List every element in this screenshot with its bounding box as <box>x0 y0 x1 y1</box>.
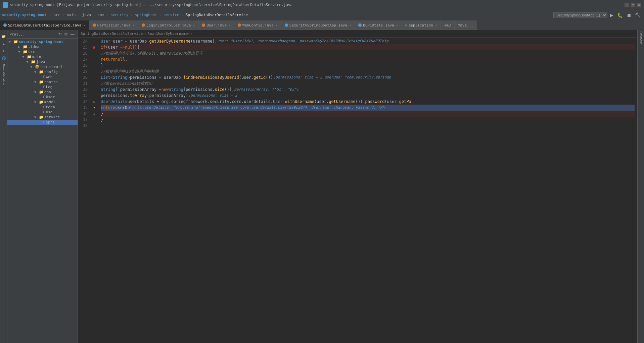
tree-settings-button[interactable]: ⚙ <box>63 32 69 37</box>
favorites-button[interactable]: ★ <box>1 41 6 47</box>
tree-userdao-icon: C <box>43 95 45 99</box>
tab-permission[interactable]: Permission.java ✕ <box>89 20 138 30</box>
tree-item-idea[interactable]: ▶ 📁 .idea <box>7 44 78 49</box>
tree-item-project[interactable]: ▼ 📁 security-spring-boot <box>7 39 78 44</box>
stop-button[interactable]: ⏹ <box>625 12 633 18</box>
web-button[interactable]: 🌐 <box>1 55 6 61</box>
tab-bcpe[interactable]: BCPEUtils.java ✕ <box>355 20 402 30</box>
project-folder-icon: 📁 <box>13 40 18 44</box>
tree-item-model[interactable]: ▼ 📁 model <box>7 100 78 105</box>
tree-web-icon: C <box>43 75 45 79</box>
tab-close-permission[interactable]: ✕ <box>133 23 135 27</box>
tree-service-icon: 📁 <box>39 115 44 119</box>
gutter-27 <box>90 56 98 62</box>
code-line-32: String[] permissionArray = new String[pe… <box>101 87 635 93</box>
window-controls[interactable]: — □ ✕ <box>625 3 641 7</box>
tree-item-spri[interactable]: C Spri <box>7 120 78 125</box>
tree-item-dao[interactable]: ▼ 📁 dao <box>7 90 78 95</box>
tab-close-security-app[interactable]: ✕ <box>349 23 351 27</box>
tree-item-label-dao: dao <box>44 90 51 94</box>
project-tool-button[interactable]: 📁 <box>1 33 6 40</box>
tab-label-bcpe: BCPEUtils.java <box>363 23 394 27</box>
tree-item-comsecuri[interactable]: ▼ 📦 com.securi <box>7 64 78 69</box>
tab-security-app[interactable]: SecuritySpringBootApp.java ✕ <box>281 20 355 30</box>
editor-breadcrumb: SpringDataUserDetailsService › loadUserB… <box>78 30 637 38</box>
tab-label-permission: Permission.java <box>97 23 131 27</box>
tree-item-perm[interactable]: C Perm <box>7 105 78 110</box>
code-line-37: } <box>101 117 635 123</box>
project-tree-panel: Proj... ⟲ ⚙ — ▼ 📁 security-spring-boot ▶… <box>7 30 78 343</box>
run-controls[interactable]: SecuritySpringBootApp (1) ▶ 🐛 ⏹ 🔨 <box>553 12 642 18</box>
tree-item-label-usermodel: Use <box>46 110 53 114</box>
database-button[interactable]: Database <box>639 32 643 45</box>
code-content[interactable]: User user = userDao.getUserByUsername(us… <box>98 38 637 343</box>
tree-java-icon: 📁 <box>31 60 36 64</box>
code-editor[interactable]: 24 25 26 27 28 29 30 31 32 33 34 35 36 3… <box>78 38 637 343</box>
tree-item-contro[interactable]: ▼ 📁 contro <box>7 79 78 84</box>
tree-item-java[interactable]: ▼ 📁 java <box>7 59 78 64</box>
run-button[interactable]: ▶ <box>608 12 615 18</box>
code-line-31: //将permissions转成数组 <box>101 80 635 87</box>
tree-perm-icon: C <box>43 105 45 109</box>
tab-more[interactable]: +m3 <box>441 20 455 30</box>
tab-maven[interactable]: Mave... <box>455 20 477 30</box>
tab-application[interactable]: ⚙ application ✕ <box>402 20 441 30</box>
tab-close-login[interactable]: ✕ <box>193 23 195 27</box>
minimize-button[interactable]: — <box>625 3 629 7</box>
tree-sync-button[interactable]: ⟲ <box>57 32 62 37</box>
code-editor-area: SpringDataUserDetailsService › loadUserB… <box>78 30 637 343</box>
tab-close-webconfig[interactable]: ✕ <box>276 23 278 27</box>
tab-login-controller[interactable]: LoginController.java ✕ <box>138 20 198 30</box>
tab-icon-security-app <box>285 23 288 27</box>
tree-usermodel-icon: C <box>43 110 45 114</box>
tree-item-userdao[interactable]: C User <box>7 95 78 100</box>
tree-item-config[interactable]: ▼ 📁 config <box>7 69 78 74</box>
left-tool-panel: 📁 ★ ≡ 🌐 Bean Validation <box>0 30 7 343</box>
code-line-35: return userDetails; userDetails: "org.sp… <box>101 105 635 111</box>
debug-button[interactable]: 🐛 <box>616 12 624 18</box>
tab-close-bcpe[interactable]: ✕ <box>396 23 398 27</box>
right-tool-panel: Database <box>637 30 644 343</box>
debug-value-33: permissions: size = 2 <box>190 93 237 99</box>
tree-item-service[interactable]: ▼ 📁 service <box>7 115 78 120</box>
gutter-25: ● <box>90 44 98 50</box>
tree-item-src[interactable]: ▼ 📁 src <box>7 49 78 54</box>
nav-src: src <box>54 13 60 17</box>
project-tree: ▼ 📁 security-spring-boot ▶ 📁 .idea ▼ 📁 s… <box>7 39 78 343</box>
close-button[interactable]: ✕ <box>637 3 641 7</box>
gutter-32 <box>90 87 98 93</box>
tree-item-web[interactable]: C Web <box>7 74 78 79</box>
tab-close-application[interactable]: ✕ <box>435 23 437 27</box>
tab-label-user: User.java <box>206 23 227 27</box>
code-line-28: } <box>101 62 635 68</box>
code-line-36: } <box>101 111 635 117</box>
tab-spring-data[interactable]: SpringDataUserDetailsService.java ✕ <box>0 20 89 30</box>
build-button[interactable]: 🔨 <box>634 12 642 18</box>
project-tree-title: Proj... <box>9 32 56 37</box>
debug-value-30: permissions: size = 2 userDao: "com.secu… <box>275 74 391 80</box>
tab-close-user[interactable]: ✕ <box>229 23 231 27</box>
run-config-select[interactable]: SecuritySpringBootApp (1) <box>553 12 607 18</box>
structure-button[interactable]: ≡ <box>1 49 6 53</box>
nav-main: main <box>67 13 76 17</box>
tab-close-spring-data[interactable]: ✕ <box>84 23 86 27</box>
tree-collapse-button[interactable]: — <box>70 32 76 37</box>
tree-comsecuri-icon: 📦 <box>35 65 40 69</box>
tree-item-label-service: service <box>44 115 60 119</box>
tree-item-main[interactable]: ▼ 📁 main <box>7 54 78 59</box>
tab-webconfig[interactable]: WebConfig.java ✕ <box>234 20 281 30</box>
tree-item-label-config: config <box>44 70 58 74</box>
tab-label-webconfig: WebConfig.java <box>242 23 274 27</box>
gutter-34: ⚠ <box>90 99 98 105</box>
line-numbers: 24 25 26 27 28 29 30 31 32 33 34 35 36 3… <box>78 38 90 343</box>
breakpoint-icon: ● <box>93 44 95 50</box>
title-bar: security-spring-boot [E:\java_project\se… <box>0 0 644 10</box>
tree-item-label-src: src <box>28 50 35 54</box>
tab-user[interactable]: User.java ✕ <box>198 20 234 30</box>
tree-item-log[interactable]: C Log <box>7 84 78 90</box>
tree-item-usermodel[interactable]: C Use <box>7 110 78 115</box>
code-line-29: //根据用户的id查询用户的权限 <box>101 68 635 74</box>
maximize-button[interactable]: □ <box>631 3 635 7</box>
bean-validation-button[interactable]: Bean Validation <box>1 63 6 86</box>
gutter-26 <box>90 50 98 56</box>
